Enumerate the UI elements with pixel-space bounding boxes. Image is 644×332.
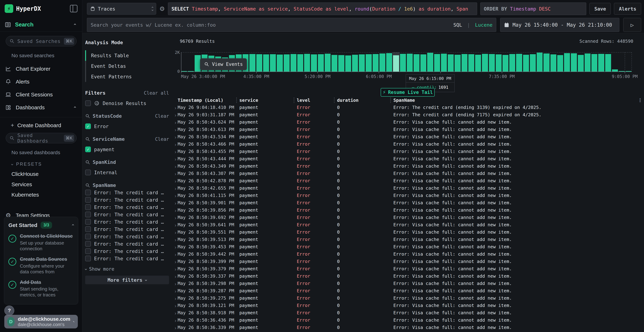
sql-select-input[interactable]: SELECT Timestamp, ServiceName as service…	[168, 2, 477, 15]
table-row[interactable]: May 26 8:50:39.298 PM payment Error 0 Er…	[173, 280, 644, 287]
filter-option-spanname[interactable]: ✓ Error: The credit card …	[85, 190, 169, 195]
table-row[interactable]: May 26 9:03:31.187 PM payment Error 0 Er…	[173, 111, 644, 118]
filter-option-internal[interactable]: ✓ Internal	[85, 170, 169, 175]
filter-option-error[interactable]: ✓ Error	[85, 124, 169, 129]
alerts-button[interactable]: Alerts	[614, 3, 641, 15]
checkbox-icon[interactable]: ✓	[85, 170, 91, 175]
table-row[interactable]: May 26 8:50:39.551 PM payment Error 0 Er…	[173, 228, 644, 236]
sidebar-item-alerts[interactable]: Alerts	[0, 76, 82, 88]
table-row[interactable]: May 26 8:50:39.399 PM payment Error 0 Er…	[173, 258, 644, 265]
create-dashboard-button[interactable]: + Create Dashboard	[11, 122, 82, 128]
column-resize-grip[interactable]	[334, 98, 335, 103]
expand-row-icon[interactable]	[174, 107, 176, 109]
user-menu[interactable]: D dale@clickhouse.com dale@clickhouse.co…	[4, 315, 78, 328]
table-row[interactable]: May 26 8:50:42.878 PM payment Error 0 Er…	[173, 177, 644, 184]
checkbox-icon[interactable]: ✓	[85, 219, 91, 225]
search-icon[interactable]	[85, 160, 90, 165]
saved-searches-input[interactable]: Saved Searches ⌘K	[6, 36, 76, 46]
column-resize-grip[interactable]	[390, 98, 391, 103]
expand-row-icon[interactable]	[174, 136, 176, 138]
filter-option-spanname[interactable]: ✓ Error: The credit card …	[85, 234, 169, 239]
expand-row-icon[interactable]	[174, 129, 176, 131]
lang-toggle-sql[interactable]: SQL	[453, 22, 462, 28]
lang-toggle-lucene[interactable]: Lucene	[475, 22, 492, 28]
table-row[interactable]: May 26 9:04:18.410 PM payment Error 0 Er…	[173, 104, 644, 111]
preset-kubernetes[interactable]: Kubernetes	[12, 192, 82, 198]
checkbox-icon[interactable]: ✓	[85, 234, 91, 239]
time-range-picker[interactable]: May 26 15:40:00 - May 26 21:10:00	[500, 18, 619, 32]
search-icon[interactable]	[85, 114, 90, 118]
expand-row-icon[interactable]	[174, 217, 176, 219]
col-duration[interactable]: duration	[337, 98, 388, 103]
checkbox-icon[interactable]: ✓	[85, 204, 91, 210]
saved-dashboards-input[interactable]: Saved Dashboards ⌘K	[6, 133, 76, 143]
filter-option-spanname[interactable]: ✓ Error: The credit card …	[85, 226, 169, 232]
table-row[interactable]: May 26 8:50:41.115 PM payment Error 0 Er…	[173, 192, 644, 199]
sidebar-item-client-sessions[interactable]: Client Sessions	[0, 89, 82, 100]
expand-row-icon[interactable]	[174, 210, 176, 212]
source-selector[interactable]: Traces	[87, 3, 156, 15]
checkbox-icon[interactable]: ✓	[85, 197, 91, 203]
table-row[interactable]: May 26 8:50:36.329 PM payment Error 0 Er…	[173, 331, 644, 332]
column-resize-grip[interactable]	[294, 98, 294, 103]
filter-option-spanname[interactable]: ✓ Error: The credit card …	[85, 248, 169, 254]
presets-toggle[interactable]: PRESETS	[12, 162, 82, 167]
get-started-step-add-data[interactable]: ✓ Add Data Start sending logs, metrics, …	[8, 280, 74, 298]
expand-row-icon[interactable]	[174, 276, 176, 278]
col-spanname[interactable]: SpanName	[394, 98, 636, 103]
source-settings-gear-icon[interactable]: ⚙	[160, 6, 165, 12]
table-row[interactable]: May 26 8:50:36.339 PM payment Error 0 Er…	[173, 324, 644, 331]
table-row[interactable]: May 26 8:50:43.307 PM payment Error 0 Er…	[173, 170, 644, 177]
checkbox-icon[interactable]: ✓	[85, 241, 91, 247]
view-events-button[interactable]: View Events	[200, 58, 247, 70]
expand-row-icon[interactable]	[174, 173, 176, 175]
sidebar-item-dashboards[interactable]: Dashboards	[0, 102, 82, 113]
sidebar-collapse-icon[interactable]	[70, 5, 78, 12]
table-row[interactable]: May 26 8:50:43.624 PM payment Error 0 Er…	[173, 118, 644, 126]
expand-row-icon[interactable]	[174, 122, 176, 124]
table-row[interactable]: May 26 8:50:39.121 PM payment Error 0 Er…	[173, 302, 644, 309]
sql-orderby-input[interactable]: ORDER BY Timestamp DESC	[480, 2, 586, 15]
table-row[interactable]: May 26 8:50:43.466 PM payment Error 0 Er…	[173, 140, 644, 148]
expand-row-icon[interactable]	[174, 151, 176, 153]
chart-bars[interactable]	[181, 52, 632, 72]
clear-button[interactable]: Clear	[155, 114, 169, 119]
table-row[interactable]: May 26 8:50:42.655 PM payment Error 0 Er…	[173, 184, 644, 192]
expand-row-icon[interactable]	[174, 246, 176, 248]
expand-row-icon[interactable]	[174, 224, 176, 226]
expand-row-icon[interactable]	[174, 188, 176, 190]
expand-row-icon[interactable]	[174, 166, 176, 168]
table-row[interactable]: May 26 8:50:39.513 PM payment Error 0 Er…	[173, 236, 644, 243]
table-row[interactable]: May 26 8:50:43.534 PM payment Error 0 Er…	[173, 133, 644, 140]
save-button[interactable]: Save	[590, 3, 611, 15]
more-filters-button[interactable]: More filters	[85, 276, 169, 284]
column-resize-grip[interactable]	[236, 98, 237, 103]
filter-option-spanname[interactable]: ✓ Error: The credit card …	[85, 212, 169, 217]
show-more-button[interactable]: Show more	[85, 266, 169, 272]
filter-option-spanname[interactable]: ✓ Error: The credit card …	[85, 197, 169, 203]
table-row[interactable]: May 26 8:50:43.349 PM payment Error 0 Er…	[173, 162, 644, 170]
table-row[interactable]: May 26 8:50:39.692 PM payment Error 0 Er…	[173, 214, 644, 221]
event-search-input[interactable]: Search your events w/ Lucene ex. column:…	[87, 18, 496, 32]
checkbox-icon[interactable]: ✓	[85, 124, 91, 129]
checkbox-icon[interactable]: ✓	[85, 226, 91, 232]
table-options-icon[interactable]: ⋮	[638, 97, 642, 103]
help-button[interactable]: ?	[4, 306, 14, 316]
resume-live-tail-button[interactable]: ⚡ Resume Live Tail	[381, 88, 435, 96]
expand-row-icon[interactable]	[174, 298, 176, 300]
expand-row-icon[interactable]	[174, 195, 176, 197]
sidebar-item-search[interactable]: Search	[0, 17, 82, 32]
table-row[interactable]: May 26 8:50:39.856 PM payment Error 0 Er…	[173, 206, 644, 214]
table-row[interactable]: May 26 8:50:39.275 PM payment Error 0 Er…	[173, 294, 644, 302]
expand-row-icon[interactable]	[174, 320, 176, 322]
expand-row-icon[interactable]	[174, 312, 176, 314]
filter-option-spanname[interactable]: ✓ Error: The credit card …	[85, 241, 169, 247]
expand-row-icon[interactable]	[174, 327, 176, 329]
table-row[interactable]: May 26 8:50:43.613 PM payment Error 0 Er…	[173, 126, 644, 133]
expand-row-icon[interactable]	[174, 232, 176, 234]
checkbox-icon[interactable]: ✓	[85, 212, 91, 217]
expand-row-icon[interactable]	[174, 180, 176, 182]
checkbox-icon[interactable]: ✓	[85, 256, 91, 261]
checkbox-icon[interactable]: ✓	[85, 248, 91, 254]
col-service[interactable]: service	[239, 98, 292, 103]
